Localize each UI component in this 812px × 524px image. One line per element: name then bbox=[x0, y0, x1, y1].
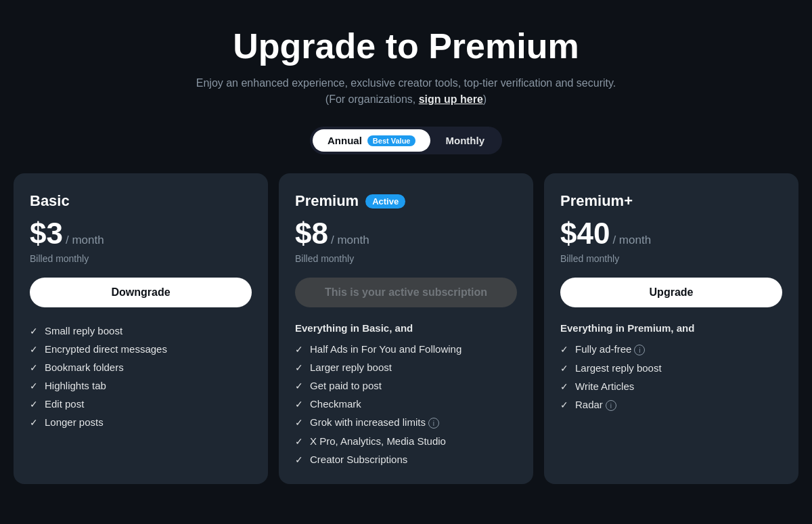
signup-link[interactable]: sign up here bbox=[419, 93, 483, 105]
plan-billing-info-basic: Billed monthly bbox=[30, 253, 252, 264]
checkmark-icon: ✓ bbox=[295, 399, 303, 410]
plan-header-premium_plus: Premium+ bbox=[560, 192, 782, 210]
checkmark-icon: ✓ bbox=[30, 362, 38, 373]
info-icon[interactable]: i bbox=[428, 418, 439, 429]
plan-action-btn-premium: This is your active subscription bbox=[295, 278, 517, 307]
info-icon[interactable]: i bbox=[606, 400, 616, 411]
plan-price-amount-premium: $8 bbox=[295, 217, 328, 250]
checkmark-icon: ✓ bbox=[295, 344, 303, 355]
plan-price-amount-basic: $3 bbox=[30, 217, 63, 250]
plan-name-premium_plus: Premium+ bbox=[560, 192, 633, 210]
plan-feature-list-premium_plus: ✓Fully ad-freei✓Largest reply boost✓Writ… bbox=[560, 343, 782, 411]
feature-text: Largest reply boost bbox=[575, 362, 662, 374]
checkmark-icon: ✓ bbox=[295, 454, 303, 465]
feature-text: Get paid to post bbox=[310, 380, 382, 391]
checkmark-icon: ✓ bbox=[295, 436, 303, 447]
list-item: ✓Grok with increased limitsi bbox=[295, 416, 517, 429]
billing-toggle: Annual Best Value Monthly bbox=[310, 127, 502, 154]
checkmark-icon: ✓ bbox=[295, 362, 303, 373]
plan-feature-list-premium: ✓Half Ads in For You and Following✓Large… bbox=[295, 343, 517, 465]
list-item: ✓Fully ad-freei bbox=[560, 343, 782, 355]
plan-price-period-premium_plus: / month bbox=[612, 234, 651, 247]
plan-billing-info-premium: Billed monthly bbox=[295, 253, 517, 264]
plan-price-amount-premium_plus: $40 bbox=[560, 217, 610, 250]
plan-features-header-premium_plus: Everything in Premium, and bbox=[560, 322, 782, 334]
annual-toggle-btn[interactable]: Annual Best Value bbox=[313, 129, 430, 152]
page-header: Upgrade to Premium Enjoy an enhanced exp… bbox=[196, 27, 616, 108]
list-item: ✓Larger reply boost bbox=[295, 362, 517, 373]
plan-header-basic: Basic bbox=[30, 192, 252, 210]
checkmark-icon: ✓ bbox=[560, 344, 568, 355]
checkmark-icon: ✓ bbox=[30, 380, 38, 391]
monthly-toggle-btn[interactable]: Monthly bbox=[430, 129, 499, 152]
plan-price-premium_plus: $40/ month bbox=[560, 217, 782, 250]
list-item: ✓Small reply boost bbox=[30, 325, 252, 336]
list-item: ✓Half Ads in For You and Following bbox=[295, 343, 517, 355]
checkmark-icon: ✓ bbox=[560, 399, 568, 410]
feature-text: Half Ads in For You and Following bbox=[310, 343, 461, 355]
list-item: ✓Write Articles bbox=[560, 380, 782, 392]
plan-name-premium: Premium bbox=[295, 192, 359, 210]
plan-billing-info-premium_plus: Billed monthly bbox=[560, 253, 782, 264]
feature-text: Bookmark folders bbox=[45, 362, 124, 373]
page-subtitle: Enjoy an enhanced experience, exclusive … bbox=[196, 75, 616, 108]
plan-feature-list-basic: ✓Small reply boost✓Encrypted direct mess… bbox=[30, 325, 252, 428]
checkmark-icon: ✓ bbox=[295, 380, 303, 391]
checkmark-icon: ✓ bbox=[560, 381, 568, 392]
list-item: ✓Get paid to post bbox=[295, 380, 517, 391]
list-item: ✓Radari bbox=[560, 399, 782, 411]
feature-text: Highlights tab bbox=[45, 380, 106, 391]
plan-card-premium: PremiumActive$8/ monthBilled monthlyThis… bbox=[279, 173, 533, 484]
plan-card-premium_plus: Premium+$40/ monthBilled monthlyUpgradeE… bbox=[544, 173, 798, 484]
plan-price-period-basic: / month bbox=[66, 234, 104, 247]
plan-action-btn-basic[interactable]: Downgrade bbox=[30, 278, 252, 307]
plan-price-premium: $8/ month bbox=[295, 217, 517, 250]
checkmark-icon: ✓ bbox=[560, 363, 568, 374]
list-item: ✓X Pro, Analytics, Media Studio bbox=[295, 435, 517, 447]
feature-text: Write Articles bbox=[575, 380, 634, 392]
plan-price-basic: $3/ month bbox=[30, 217, 252, 250]
feature-text: Fully ad-freei bbox=[575, 343, 645, 355]
feature-text: Larger reply boost bbox=[310, 362, 392, 373]
list-item: ✓Creator Subscriptions bbox=[295, 454, 517, 465]
checkmark-icon: ✓ bbox=[295, 417, 303, 428]
checkmark-icon: ✓ bbox=[30, 399, 38, 410]
feature-text: Checkmark bbox=[310, 398, 361, 410]
list-item: ✓Checkmark bbox=[295, 398, 517, 410]
plans-container: Basic$3/ monthBilled monthlyDowngrade✓Sm… bbox=[14, 173, 798, 484]
feature-text: Grok with increased limitsi bbox=[310, 416, 439, 429]
feature-text: Radari bbox=[575, 399, 616, 411]
plan-name-basic: Basic bbox=[30, 192, 70, 210]
best-value-badge: Best Value bbox=[367, 135, 416, 146]
feature-text: Edit post bbox=[45, 398, 84, 410]
page-title: Upgrade to Premium bbox=[196, 27, 616, 66]
list-item: ✓Largest reply boost bbox=[560, 362, 782, 374]
list-item: ✓Edit post bbox=[30, 398, 252, 410]
plan-features-header-premium: Everything in Basic, and bbox=[295, 322, 517, 334]
plan-active-badge-premium: Active bbox=[365, 194, 405, 209]
list-item: ✓Longer posts bbox=[30, 416, 252, 428]
feature-text: Encrypted direct messages bbox=[45, 343, 167, 355]
plan-price-period-premium: / month bbox=[331, 234, 369, 247]
checkmark-icon: ✓ bbox=[30, 326, 38, 336]
plan-header-premium: PremiumActive bbox=[295, 192, 517, 210]
feature-text: Small reply boost bbox=[45, 325, 122, 336]
info-icon[interactable]: i bbox=[634, 345, 645, 355]
checkmark-icon: ✓ bbox=[30, 344, 38, 355]
feature-text: Creator Subscriptions bbox=[310, 454, 407, 465]
list-item: ✓Highlights tab bbox=[30, 380, 252, 391]
feature-text: Longer posts bbox=[45, 416, 104, 428]
plan-card-basic: Basic$3/ monthBilled monthlyDowngrade✓Sm… bbox=[14, 173, 268, 484]
list-item: ✓Bookmark folders bbox=[30, 362, 252, 373]
checkmark-icon: ✓ bbox=[30, 417, 38, 428]
feature-text: X Pro, Analytics, Media Studio bbox=[310, 435, 446, 447]
list-item: ✓Encrypted direct messages bbox=[30, 343, 252, 355]
plan-action-btn-premium_plus[interactable]: Upgrade bbox=[560, 278, 782, 307]
